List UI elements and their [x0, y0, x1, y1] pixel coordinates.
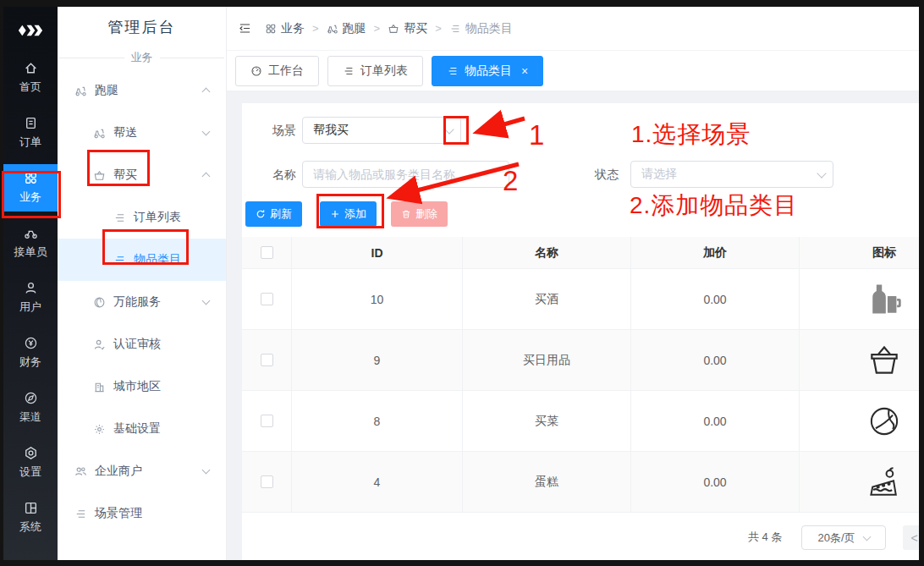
table-header-row: ID 名称 加价 图标 — [242, 237, 919, 269]
column-header-markup: 加价 — [631, 237, 800, 269]
sidebar-item-system[interactable]: 系统 — [3, 494, 58, 541]
breadcrumb-separator: > — [374, 22, 381, 35]
sidebar-item-settings[interactable]: 设置 — [3, 439, 58, 486]
finance-icon — [24, 336, 38, 350]
menu-item-universal-service[interactable]: 万能服务 — [58, 281, 226, 323]
beer-icon — [866, 281, 903, 318]
sidebar-item-label: 业务 — [19, 190, 41, 205]
table-row: 10 买酒 0.00 — [242, 269, 919, 330]
refresh-button[interactable]: 刷新 — [245, 201, 302, 227]
sidebar-item-orders[interactable]: 订单 — [3, 109, 58, 157]
scooter-icon — [93, 127, 106, 140]
close-icon[interactable]: × — [521, 65, 528, 77]
cell-markup: 0.00 — [631, 330, 800, 391]
menu-item-item-category[interactable]: 物品类目 — [58, 239, 226, 281]
sidebar-item-label: 设置 — [19, 464, 41, 480]
name-input[interactable] — [302, 161, 509, 188]
menu-item-city-region[interactable]: 城市地区 — [58, 365, 226, 408]
chevron-down-icon — [202, 297, 211, 305]
list-icon — [343, 65, 355, 77]
row-checkbox[interactable] — [261, 415, 273, 427]
menu-item-scene-management[interactable]: 场景管理 — [58, 492, 226, 535]
tab-label: 订单列表 — [360, 63, 408, 79]
sidebar-item-finance[interactable]: 财务 — [3, 329, 58, 376]
menu-item-bangsong[interactable]: 帮送 — [58, 112, 226, 154]
row-checkbox[interactable] — [261, 293, 273, 305]
breadcrumb-separator: > — [312, 22, 319, 35]
channel-icon — [24, 391, 38, 405]
breadcrumb: 业务 > 跑腿 > 帮买 > 物品类目 — [227, 7, 919, 51]
menu-item-paotui[interactable]: 跑腿 — [58, 69, 226, 112]
app-title: 管理后台 — [58, 7, 226, 46]
chevron-down-icon — [202, 466, 211, 475]
cabbage-icon — [866, 403, 903, 440]
menu-item-label: 企业商户 — [95, 464, 142, 479]
dashboard-icon — [250, 65, 262, 77]
button-label: 添加 — [344, 206, 366, 222]
page-size-select[interactable]: 20条/页 — [801, 525, 886, 550]
cell-id: 8 — [292, 391, 463, 452]
chevron-down-icon — [202, 128, 211, 136]
cell-markup: 0.00 — [631, 452, 800, 513]
plus-icon — [330, 209, 340, 219]
shopping-basket-icon — [866, 342, 903, 379]
menu-item-certification[interactable]: 认证审核 — [58, 323, 226, 365]
page-size-value: 20条/页 — [817, 530, 855, 546]
cell-markup: 0.00 — [631, 391, 800, 452]
sidebar-item-business[interactable]: 业务 — [3, 164, 58, 212]
row-checkbox[interactable] — [261, 354, 273, 366]
status-select-placeholder: 请选择 — [641, 167, 677, 182]
cell-icon — [800, 330, 919, 391]
menu-item-enterprise-merchant[interactable]: 企业商户 — [58, 450, 226, 492]
sidebar-item-label: 订单 — [19, 135, 41, 150]
add-button[interactable]: 添加 — [320, 201, 377, 227]
prev-page-button[interactable]: < — [903, 525, 919, 550]
name-label: 名称 — [272, 161, 296, 188]
sidebar-item-channels[interactable]: 渠道 — [3, 384, 58, 431]
tab-label: 工作台 — [268, 63, 304, 79]
delete-button[interactable]: 删除 — [391, 201, 448, 227]
button-label: 刷新 — [270, 206, 292, 222]
secondary-sidebar: 管理后台 业务 跑腿 帮送 帮买 订单列表 物品类目 万能服务 — [58, 7, 227, 560]
status-select[interactable]: 请选择 — [630, 161, 833, 188]
breadcrumb-item-business[interactable]: 业务 — [265, 21, 305, 36]
cell-markup: 0.00 — [631, 269, 800, 330]
scene-select[interactable]: 帮我买 — [302, 117, 461, 144]
menu-item-label: 认证审核 — [113, 337, 161, 352]
menu-item-order-list[interactable]: 订单列表 — [58, 196, 226, 239]
select-all-checkbox[interactable] — [261, 246, 273, 259]
cell-name: 买菜 — [463, 391, 631, 452]
tab-item-category[interactable]: 物品类目 × — [432, 56, 543, 86]
menu-item-label: 场景管理 — [95, 506, 142, 521]
users-icon — [74, 465, 87, 478]
chevron-down-icon — [817, 168, 826, 178]
sidebar-item-couriers[interactable]: 接单员 — [3, 219, 58, 267]
sidebar-fold-icon[interactable] — [239, 22, 251, 35]
basket-icon — [388, 23, 399, 35]
chevron-down-icon — [444, 124, 454, 134]
scene-select-value: 帮我买 — [313, 123, 349, 138]
button-label: 删除 — [415, 206, 437, 222]
menu-item-label: 基础设置 — [113, 421, 161, 437]
cell-name: 买日用品 — [463, 330, 631, 391]
menu-item-basic-settings[interactable]: 基础设置 — [58, 408, 226, 450]
tab-order-list[interactable]: 订单列表 — [327, 56, 423, 86]
cell-name: 买酒 — [463, 269, 631, 330]
tab-label: 物品类目 — [465, 63, 512, 79]
list-icon — [113, 254, 126, 267]
tab-workbench[interactable]: 工作台 — [235, 56, 319, 86]
sidebar-item-label: 用户 — [19, 299, 41, 315]
menu-item-label: 订单列表 — [134, 210, 181, 225]
sidebar-item-home[interactable]: 首页 — [3, 54, 58, 102]
logo-icon — [18, 23, 43, 38]
breadcrumb-item-paotui[interactable]: 跑腿 — [327, 21, 366, 36]
breadcrumb-item-bangmai[interactable]: 帮买 — [388, 21, 427, 36]
menu-item-bangmai[interactable]: 帮买 — [58, 154, 226, 196]
home-icon — [24, 61, 38, 75]
sidebar-item-label: 接单员 — [14, 245, 47, 260]
sidebar-item-users[interactable]: 用户 — [3, 274, 58, 321]
status-label: 状态 — [595, 161, 619, 188]
row-checkbox[interactable] — [261, 475, 273, 488]
cell-icon — [800, 391, 919, 452]
building-icon — [93, 381, 106, 393]
